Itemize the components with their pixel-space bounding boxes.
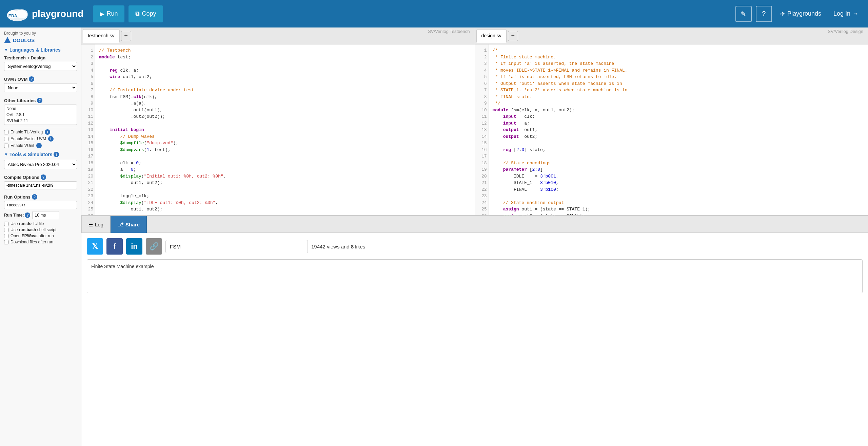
link-button[interactable]: 🔗 [146,238,162,255]
playgrounds-button[interactable]: ✈ Playgrounds [776,7,825,20]
compile-options-label: Compile Options [4,175,39,180]
use-run-bash-row: Use run.bash shell script [4,227,77,232]
design-tab[interactable]: design.sv [476,29,507,43]
sidebar: Brought to you by DOULOS ▼ Languages & L… [0,27,81,446]
lib-list[interactable]: None OVL 2.8.1 SVUnit 2.11 [4,105,77,125]
bottom-tabs: ☰ Log ⎇ Share [81,216,868,233]
main-container: Brought to you by DOULOS ▼ Languages & L… [0,27,868,446]
header: EDA playground ▶ Run ⧉ Copy ✎ ? ✈ Playgr… [0,0,868,27]
run-time-input[interactable] [32,211,59,219]
doulos-label: DOULOS [13,37,35,43]
testbench-select[interactable]: SystemVerilog/Verilog [4,62,77,71]
use-run-bash-label: Use run.bash shell script [11,227,56,232]
enable-easier-uvm-label: Enable Easier UVM [11,136,46,141]
likes-count: 8 [351,244,354,249]
app-title: playground [32,8,83,19]
logo-area: EDA playground [5,4,83,23]
languages-section-header[interactable]: ▼ Languages & Libraries [4,47,77,53]
easier-uvm-help-icon[interactable]: i [48,136,54,142]
login-button[interactable]: Log In → [829,7,863,20]
linkedin-button[interactable]: in [126,238,142,255]
playgrounds-icon: ✈ [780,10,785,18]
vunit-help-icon[interactable]: i [36,143,42,148]
enable-vunit-row: Enable VUnit i [4,143,77,148]
design-type-label: SV/Verilog Design [828,27,867,34]
copy-button[interactable]: ⧉ Copy [129,5,163,22]
help-icon-button[interactable]: ? [756,6,772,22]
use-run-do-checkbox[interactable] [4,222,8,226]
facebook-icon: f [113,242,116,251]
testbench-design-label: Testbench + Design [4,55,77,60]
open-epwave-label: Open EPWave after run [11,234,54,238]
run-options-label-row: Run Options ? [4,194,77,200]
languages-section-label: Languages & Libraries [9,47,61,53]
testbench-add-tab-button[interactable]: + [121,31,131,41]
lib-item-svunit[interactable]: SVUnit 2.11 [5,118,76,124]
log-tab[interactable]: ☰ Log [81,216,111,233]
testbench-editor[interactable]: 12345678910 11121314151617181920 2122232… [81,44,475,215]
other-libraries-label: Other Libraries [4,98,36,103]
share-icon: ⎇ [118,222,123,228]
testbench-type-label: SV/Verilog Testbench [428,27,473,34]
content-area: testbench.sv + SV/Verilog Testbench 1234… [81,27,868,446]
doulos-logo: DOULOS [4,37,77,43]
uvm-help-icon[interactable]: ? [29,76,34,82]
run-button[interactable]: ▶ Run [93,5,124,22]
download-files-checkbox[interactable] [4,240,8,244]
sidebar-brand: Brought to you by [4,31,77,36]
testbench-line-numbers: 12345678910 11121314151617181920 2122232… [81,44,95,215]
design-tab-label: design.sv [481,33,501,38]
share-row: 𝕏 f in 🔗 19442 views and 8 likes [87,238,863,255]
run-icon: ▶ [100,10,104,18]
facebook-button[interactable]: f [106,238,123,255]
views-count: 19442 views and [311,244,351,249]
share-tab[interactable]: ⎇ Share [111,216,147,233]
design-editor[interactable]: 12345678910 11121314151617181920 2122232… [475,44,868,215]
enable-vunit-checkbox[interactable] [4,144,8,148]
share-title-input[interactable] [165,240,308,253]
edit-icon-button[interactable]: ✎ [735,6,752,22]
twitter-icon: 𝕏 [92,242,98,251]
run-options-help-icon[interactable]: ? [32,194,37,200]
open-epwave-row: Open EPWave after run [4,234,77,238]
editors-row: testbench.sv + SV/Verilog Testbench 1234… [81,27,868,215]
run-options-input[interactable] [4,201,77,209]
twitter-button[interactable]: 𝕏 [87,238,103,255]
simulator-select[interactable]: Aldec Riviera Pro 2020.04 [4,160,77,169]
compile-options-input[interactable] [4,181,77,189]
lib-item-ovl[interactable]: OVL 2.8.1 [5,112,76,118]
link-icon: 🔗 [150,242,159,251]
testbench-tabs: testbench.sv + SV/Verilog Testbench [81,27,475,44]
description-box[interactable]: Finite State Machine example [87,259,863,293]
copy-icon: ⧉ [135,10,140,17]
login-label: Log In [833,10,850,17]
eda-logo-icon: EDA [5,4,29,23]
open-epwave-checkbox[interactable] [4,234,8,238]
design-line-numbers: 12345678910 11121314151617181920 2122232… [475,44,489,215]
tools-section-label: Tools & Simulators [9,152,53,157]
design-add-tab-button[interactable]: + [508,31,518,41]
use-run-bash-checkbox[interactable] [4,228,8,232]
compile-help-icon[interactable]: ? [41,174,46,180]
description-text: Finite State Machine example [91,264,154,269]
lib-item-none[interactable]: None [5,106,76,112]
run-time-label: Run Time: ? [4,212,30,218]
design-panel: design.sv + SV/Verilog Design 1234567891… [475,27,868,215]
uvm-label-row: UVM / OVM ? [4,76,77,82]
share-tab-label: Share [125,222,140,227]
other-libraries-label-row: Other Libraries ? [4,98,77,103]
log-tab-label: Log [95,222,103,227]
uvm-label: UVM / OVM [4,77,27,82]
other-libraries-help-icon[interactable]: ? [37,98,42,103]
testbench-tab[interactable]: testbench.sv [83,29,120,43]
enable-tl-checkbox[interactable] [4,130,8,134]
enable-tl-row: Enable TL-Verilog i [4,129,77,135]
tools-section-header[interactable]: ▼ Tools & Simulators ? [4,152,77,157]
views-text: 19442 views and 8 likes [311,244,365,249]
run-time-help-icon[interactable]: ? [25,212,30,218]
tools-help-icon[interactable]: ? [54,152,59,157]
tl-help-icon[interactable]: i [45,129,50,135]
enable-easier-uvm-checkbox[interactable] [4,137,8,141]
uvm-select[interactable]: None [4,83,77,92]
enable-easier-uvm-row: Enable Easier UVM i [4,136,77,142]
